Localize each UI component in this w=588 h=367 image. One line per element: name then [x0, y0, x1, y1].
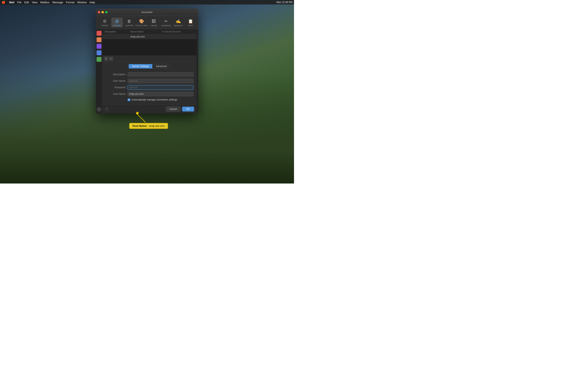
- username-input[interactable]: [128, 79, 193, 83]
- checkbox-row: ✓ Automatically manage connection settin…: [128, 98, 193, 101]
- fonts-icon: 🎨: [139, 18, 144, 24]
- password-input[interactable]: [128, 85, 193, 90]
- tab-advanced[interactable]: Advanced: [152, 64, 170, 68]
- smtp-table-header: Description Server Name In Use By Accoun…: [102, 29, 197, 34]
- password-label: Password:: [105, 86, 126, 89]
- account-sidebar: +: [96, 29, 102, 113]
- svg-line-1: [138, 114, 146, 122]
- toolbar-general-label: General: [102, 25, 108, 26]
- sidebar-account-1[interactable]: [96, 37, 102, 42]
- accounts-window: Accounts ⚙ General @ Accounts 🗑 Junk Mai…: [96, 8, 198, 113]
- menu-window[interactable]: Window: [77, 1, 86, 4]
- menu-time: Mon 12:36 PM: [277, 1, 292, 4]
- auto-manage-label: Automatically manage connection settings: [131, 98, 177, 101]
- hostname-label: Host Name:: [105, 92, 126, 95]
- sidebar-account-2[interactable]: [96, 44, 102, 49]
- add-remove-bar: + −: [102, 56, 197, 62]
- toolbar-composing-label: Composing: [161, 25, 171, 26]
- scrollbar[interactable]: [197, 29, 198, 113]
- username-row: User Name:: [105, 79, 193, 83]
- maximize-button[interactable]: [105, 11, 108, 13]
- viewing-icon: 🖼: [151, 18, 156, 24]
- auto-manage-checkbox[interactable]: ✓: [128, 99, 130, 101]
- smtp-empty-area: [102, 39, 197, 55]
- junk-icon: 🗑: [126, 18, 132, 24]
- toolbar-rules-label: Rules: [188, 25, 193, 26]
- sidebar-account-0[interactable]: [96, 31, 102, 36]
- menu-mail[interactable]: Mail: [9, 1, 14, 4]
- username-label: User Name:: [105, 80, 126, 82]
- toolbar-junk[interactable]: 🗑 Junk Mail: [123, 17, 135, 27]
- dialog-inner: + Description Server Name In Use By Acco…: [96, 29, 198, 113]
- toolbar-accounts-label: Accounts: [113, 25, 121, 26]
- sidebar-account-4[interactable]: [96, 57, 102, 62]
- general-icon: ⚙: [102, 18, 108, 24]
- menu-mailbox[interactable]: Mailbox: [40, 1, 50, 4]
- col-server-name: Server Name: [130, 30, 162, 33]
- title-bar: Accounts: [96, 8, 198, 16]
- smtp-row-0[interactable]: smtp.aol.com: [102, 34, 197, 39]
- toolbar-signatures-label: Signatures: [174, 25, 182, 26]
- rules-icon: 📋: [188, 18, 193, 24]
- toolbar-viewing-label: Viewing: [150, 25, 157, 26]
- signatures-icon: ✍: [175, 18, 181, 24]
- ok-button[interactable]: OK: [182, 107, 194, 111]
- col-description: Description: [105, 30, 130, 33]
- menu-view[interactable]: View: [32, 1, 38, 4]
- menu-bar: 🍎 Mail File Edit View Mailbox Message Fo…: [0, 0, 294, 4]
- checkbox-checkmark: ✓: [128, 99, 130, 101]
- annotation-callout: Host Name: smtp.aol.com: [129, 123, 168, 129]
- close-button[interactable]: [98, 11, 100, 13]
- help-button[interactable]: ?: [105, 107, 109, 111]
- toolbar-viewing[interactable]: 🖼 Viewing: [148, 17, 159, 27]
- traffic-lights: [98, 11, 108, 13]
- toolbar-composing[interactable]: ✏ Composing: [160, 17, 172, 27]
- password-row: Password:: [105, 85, 193, 90]
- toolbar-rules[interactable]: 📋 Rules: [185, 17, 196, 27]
- form-area: Description: User Name: Password:: [102, 71, 197, 104]
- cancel-button[interactable]: Cancel: [166, 107, 180, 111]
- smtp-server-cell: smtp.aol.com: [130, 35, 162, 38]
- composing-icon: ✏: [163, 18, 169, 24]
- sidebar-account-3[interactable]: [96, 50, 102, 55]
- menu-help[interactable]: Help: [90, 1, 95, 4]
- hostname-row: Host Name: smtp.aol.com: [105, 92, 193, 96]
- svg-point-0: [136, 112, 139, 114]
- accounts-icon: @: [114, 18, 120, 24]
- toolbar-fonts[interactable]: 🎨 Fonts & Colors: [136, 17, 147, 27]
- dialog-main: Description Server Name In Use By Accoun…: [102, 29, 197, 113]
- menu-edit[interactable]: Edit: [24, 1, 29, 4]
- description-row: Description:: [105, 72, 193, 77]
- toolbar: ⚙ General @ Accounts 🗑 Junk Mail 🎨 Fonts…: [96, 16, 198, 29]
- segmented-control: Server Settings Advanced: [102, 62, 197, 71]
- description-label: Description:: [105, 73, 126, 76]
- callout-arrow: [135, 111, 152, 123]
- toolbar-signatures[interactable]: ✍ Signatures: [173, 17, 184, 27]
- tab-server-settings[interactable]: Server Settings: [129, 64, 152, 68]
- window-title: Accounts: [141, 11, 152, 14]
- menu-file[interactable]: File: [17, 1, 21, 4]
- callout-label: Host Name:: [132, 124, 147, 127]
- col-in-use: In Use By Account: [162, 30, 194, 33]
- smtp-table: Description Server Name In Use By Accoun…: [102, 29, 197, 56]
- menu-format[interactable]: Format: [66, 1, 74, 4]
- hostname-value: smtp.aol.com: [128, 92, 193, 96]
- add-smtp-button[interactable]: +: [104, 57, 108, 61]
- toolbar-fonts-label: Fonts & Colors: [135, 25, 148, 26]
- toolbar-accounts[interactable]: @ Accounts: [111, 17, 123, 27]
- minimize-button[interactable]: [102, 11, 104, 13]
- toolbar-junk-label: Junk Mail: [125, 25, 133, 26]
- sidebar-add-account[interactable]: +: [96, 107, 102, 112]
- toolbar-general[interactable]: ⚙ General: [99, 17, 111, 27]
- description-input[interactable]: [128, 72, 193, 77]
- remove-smtp-button[interactable]: −: [109, 57, 113, 61]
- apple-menu[interactable]: 🍎: [2, 0, 6, 4]
- desktop: 🍎 Mail File Edit View Mailbox Message Fo…: [0, 0, 294, 184]
- callout-value: smtp.aol.com: [149, 124, 164, 127]
- menu-message[interactable]: Message: [52, 1, 63, 4]
